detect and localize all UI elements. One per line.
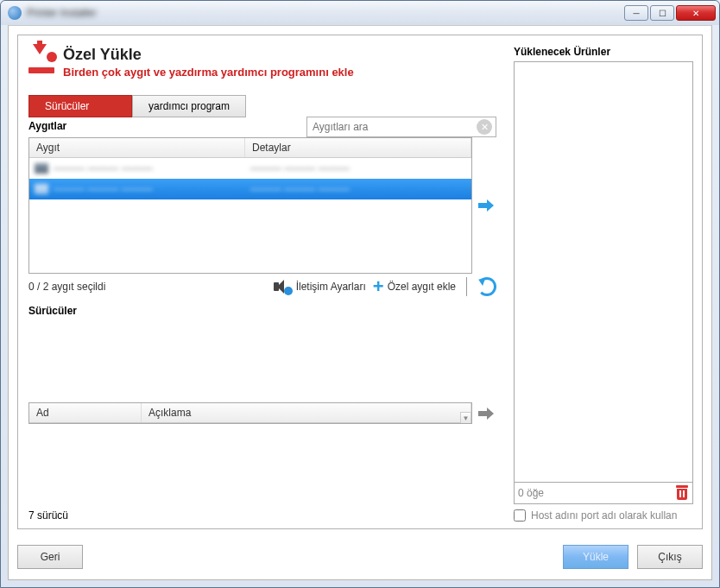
- col-device[interactable]: Aygıt: [29, 138, 245, 157]
- install-list-footer: 0 öğe: [514, 483, 693, 504]
- printer-icon: [35, 184, 48, 194]
- table-row[interactable]: ——— ——— ——— ——— ——— ———: [29, 158, 471, 179]
- tab-drivers[interactable]: Sürücüler: [28, 95, 132, 117]
- page-subtitle: Birden çok aygıt ve yazdırma yardımcı pr…: [63, 66, 354, 79]
- drivers-table: Ad Açıklama ————————————————— ——————————…: [28, 402, 472, 424]
- install-list-title: Yüklenecek Ürünler: [514, 46, 693, 58]
- devices-footer: 0 / 2 aygıt seçildi İletişim Ayarları + …: [28, 277, 496, 296]
- content-frame: Özel Yükle Birden çok aygıt ve yazdırma …: [8, 25, 712, 580]
- window-title: Printer Installer: [27, 7, 624, 19]
- trash-icon: [676, 485, 688, 488]
- host-checkbox-label: Host adını port adı olarak kullan: [531, 509, 677, 522]
- close-button[interactable]: ✕: [676, 5, 716, 21]
- devices-table: Aygıt Detaylar ——— ——— ——— ——— ——— ——— —…: [28, 137, 472, 274]
- tab-bar: Sürücüler yardımcı program: [28, 94, 496, 117]
- devices-section: Aygıtlar ✕ Aygıt Detaylar: [28, 117, 496, 296]
- maximize-button[interactable]: ☐: [650, 5, 674, 21]
- drivers-section: Sürücüler Ad Açıklama ————————————————— …: [28, 305, 496, 522]
- install-icon: [28, 46, 56, 73]
- titlebar: Printer Installer ─ ☐ ✕: [1, 1, 719, 25]
- bottom-bar: Geri Yükle Çıkış: [17, 545, 703, 569]
- refresh-button[interactable]: [477, 277, 496, 296]
- comm-settings-icon: [274, 280, 293, 294]
- selection-count: 0 / 2 aygıt seçildi: [28, 281, 267, 293]
- col-details[interactable]: Detaylar: [245, 138, 471, 157]
- back-button[interactable]: Geri: [17, 545, 83, 569]
- exit-button[interactable]: Çıkış: [637, 545, 703, 569]
- page-title: Özel Yükle: [63, 46, 354, 64]
- clear-search-icon[interactable]: ✕: [477, 119, 492, 135]
- devices-label: Aygıtlar: [28, 120, 306, 136]
- app-icon: [8, 6, 22, 20]
- device-search: ✕: [306, 117, 496, 137]
- minimize-button[interactable]: ─: [624, 5, 648, 21]
- add-device-arrow-button[interactable]: [476, 198, 496, 213]
- col-description[interactable]: Açıklama: [142, 403, 471, 422]
- table-row[interactable]: ——— ——— ——— ——— ——— ———: [29, 179, 471, 199]
- driver-count: 7 sürücü: [28, 509, 496, 522]
- devices-header: Aygıt Detaylar: [29, 138, 471, 158]
- delete-button[interactable]: [675, 485, 689, 501]
- right-column: Yüklenecek Ürünler 0 öğe Host adını port…: [507, 35, 702, 528]
- inner-panel: Özel Yükle Birden çok aygıt ve yazdırma …: [17, 35, 703, 529]
- separator: [466, 277, 467, 296]
- search-input[interactable]: [307, 118, 477, 136]
- install-button[interactable]: Yükle: [563, 545, 628, 569]
- tab-utility[interactable]: yardımcı program: [132, 95, 246, 117]
- col-name[interactable]: Ad: [29, 403, 142, 422]
- printer-icon: [35, 163, 48, 174]
- plus-icon: +: [373, 281, 384, 293]
- drivers-label: Sürücüler: [28, 305, 496, 317]
- window-controls: ─ ☐ ✕: [624, 5, 716, 21]
- left-column: Özel Yükle Birden çok aygıt ve yazdırma …: [18, 35, 507, 528]
- host-as-port-checkbox[interactable]: Host adını port adı olarak kullan: [514, 509, 693, 522]
- page-header: Özel Yükle Birden çok aygıt ve yazdırma …: [28, 46, 496, 79]
- comm-settings-button[interactable]: İletişim Ayarları: [274, 280, 366, 294]
- add-driver-arrow-button[interactable]: [476, 406, 496, 421]
- add-custom-device-button[interactable]: + Özel aygıt ekle: [373, 281, 456, 293]
- app-window: Printer Installer ─ ☐ ✕ Özel Yükle: [0, 0, 720, 588]
- install-count: 0 öğe: [518, 487, 670, 499]
- scroll-down-button[interactable]: ▼: [460, 412, 471, 424]
- host-checkbox-input[interactable]: [514, 509, 526, 522]
- install-list[interactable]: [514, 61, 693, 483]
